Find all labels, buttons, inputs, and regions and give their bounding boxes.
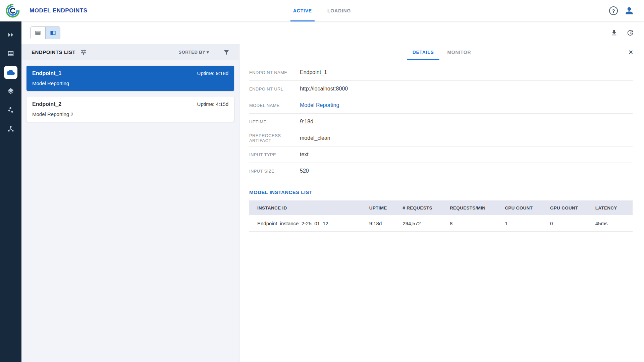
instance-requests-value: 294,572: [400, 221, 448, 226]
instance-uptime-value: 9:18d: [367, 221, 401, 226]
details-tab-bar: DETAILS MONITOR ✕: [239, 44, 644, 60]
model-endpoints-cloud-icon: [4, 66, 17, 79]
tab-loading[interactable]: LOADING: [322, 0, 356, 21]
endpoints-list-header: ENDPOINTS LIST SORTED BY ▾: [21, 44, 239, 60]
help-icon[interactable]: ?: [609, 6, 618, 15]
sorted-by-dropdown[interactable]: SORTED BY ▾: [179, 50, 209, 55]
detail-row-endpoint-url: ENDPOINT URL http://localhost:8000: [249, 81, 633, 97]
instance-table-row: Endpoint_instance_2-25_01_12 9:18d 294,5…: [249, 215, 633, 232]
split-view-button[interactable]: [45, 27, 60, 39]
detail-row-preprocess-artifact: PREPROCESS ARTIFACT model_clean: [249, 130, 633, 146]
detail-row-input-type: INPUT TYPE text: [249, 146, 633, 163]
sidebar-item-experiments[interactable]: [1, 44, 20, 63]
instance-latency-value: 45ms: [593, 221, 633, 226]
chevron-down-icon: ▾: [207, 50, 209, 55]
nav-sidebar: [0, 21, 21, 362]
user-avatar[interactable]: [625, 6, 634, 15]
details-body: ENDPOINT NAME Endpoint_1 ENDPOINT URL ht…: [239, 60, 644, 362]
field-value: 9:18d: [300, 119, 313, 125]
detail-row-input-size: INPUT SIZE 520: [249, 163, 633, 179]
field-label: ENDPOINT URL: [249, 86, 300, 92]
detail-row-model-name: MODEL NAME Model Reporting: [249, 97, 633, 114]
sorted-by-label: SORTED BY: [179, 50, 205, 55]
endpoint-uptime: Uptime: 4:15d: [197, 101, 228, 107]
field-value: text: [300, 152, 309, 158]
instance-requests-min-value: 8: [448, 221, 503, 226]
field-label: UPTIME: [249, 119, 300, 124]
endpoints-list: Endpoint_1 Uptime: 9:18d Model Reporting…: [21, 60, 239, 127]
field-label: INPUT SIZE: [249, 169, 300, 174]
instance-id-value: Endpoint_instance_2-25_01_12: [249, 221, 367, 226]
page-title: MODEL ENDPOINTS: [30, 7, 87, 14]
field-label: PREPROCESS ARTIFACT: [249, 133, 300, 143]
field-value: Endpoint_1: [300, 69, 327, 75]
col-uptime: UPTIME: [367, 205, 401, 210]
tab-monitor[interactable]: MONITOR: [441, 44, 478, 60]
download-icon[interactable]: [610, 29, 618, 37]
instance-cpu-count-value: 1: [503, 221, 548, 226]
field-value: http://localhost:8000: [300, 86, 348, 92]
sidebar-item-hyperdatasets[interactable]: [1, 101, 20, 119]
col-latency: LATENCY: [593, 205, 633, 210]
field-label: INPUT TYPE: [249, 152, 300, 157]
sidebar-item-model-endpoints[interactable]: [1, 63, 20, 82]
field-label: MODEL NAME: [249, 103, 300, 108]
hyperdatasets-icon: [4, 103, 17, 117]
topbar-actions: ?: [609, 6, 634, 15]
endpoint-uptime: Uptime: 9:18d: [197, 70, 228, 76]
close-icon[interactable]: ✕: [628, 44, 633, 60]
fast-forward-icon: [4, 28, 17, 42]
view-toolbar: [21, 21, 644, 44]
table-view-button[interactable]: [31, 27, 45, 39]
endpoint-name: Endpoint_2: [32, 101, 61, 107]
endpoint-card[interactable]: Endpoint_2 Uptime: 4:15d Model Reporting…: [26, 97, 234, 122]
endpoint-card[interactable]: Endpoint_1 Uptime: 9:18d Model Reporting: [26, 66, 234, 91]
split-view-icon: [50, 29, 56, 36]
col-cpu-count: CPU COUNT: [503, 205, 548, 210]
filter-funnel-icon[interactable]: [223, 49, 230, 56]
endpoint-name: Endpoint_1: [32, 70, 61, 76]
table-view-icon: [35, 29, 41, 36]
sidebar-item-datasets[interactable]: [1, 82, 20, 101]
datasets-layers-icon: [4, 84, 17, 98]
logo-icon: [5, 3, 20, 18]
view-toggle-group: [30, 26, 60, 39]
field-value: 520: [300, 168, 309, 174]
pipelines-icon: [4, 122, 17, 135]
toolbar-actions: [610, 29, 634, 37]
endpoint-model: Model Reporting 2: [32, 111, 228, 117]
detail-row-uptime: UPTIME 9:18d: [249, 114, 633, 130]
tune-filter-icon[interactable]: [80, 49, 87, 56]
endpoints-list-title: ENDPOINTS LIST: [32, 49, 75, 55]
col-requests-min: REQUESTS/MIN: [448, 205, 503, 210]
person-icon: [625, 6, 634, 15]
detail-row-endpoint-name: ENDPOINT NAME Endpoint_1: [249, 64, 633, 81]
endpoint-details-panel: DETAILS MONITOR ✕ ENDPOINT NAME Endpoint…: [239, 44, 644, 362]
top-bar: MODEL ENDPOINTS ACTIVE LOADING ?: [0, 0, 644, 21]
instances-table-header: INSTANCE ID UPTIME # REQUESTS REQUESTS/M…: [249, 200, 633, 215]
endpoint-model: Model Reporting: [32, 80, 228, 86]
endpoints-list-panel: ENDPOINTS LIST SORTED BY ▾: [21, 44, 239, 362]
field-value: model_clean: [300, 135, 330, 141]
tab-details[interactable]: DETAILS: [406, 44, 441, 60]
model-instances-title: MODEL INSTANCES LIST: [249, 189, 633, 195]
clearml-logo: [4, 3, 21, 18]
model-instances-table: INSTANCE ID UPTIME # REQUESTS REQUESTS/M…: [249, 200, 633, 232]
col-gpu-count: GPU COUNT: [548, 205, 593, 210]
instance-gpu-count-value: 0: [548, 221, 593, 226]
model-name-link[interactable]: Model Reporting: [300, 102, 339, 108]
field-label: ENDPOINT NAME: [249, 70, 300, 75]
sidebar-item-expand[interactable]: [1, 25, 20, 44]
tab-active[interactable]: ACTIVE: [288, 0, 317, 21]
col-instance-id: INSTANCE ID: [249, 205, 367, 210]
col-requests: # REQUESTS: [400, 205, 448, 210]
sidebar-item-pipelines[interactable]: [1, 119, 20, 138]
auto-refresh-icon[interactable]: [627, 29, 634, 37]
experiments-grid-icon: [4, 47, 17, 60]
endpoint-state-tabs: ACTIVE LOADING: [288, 0, 356, 21]
